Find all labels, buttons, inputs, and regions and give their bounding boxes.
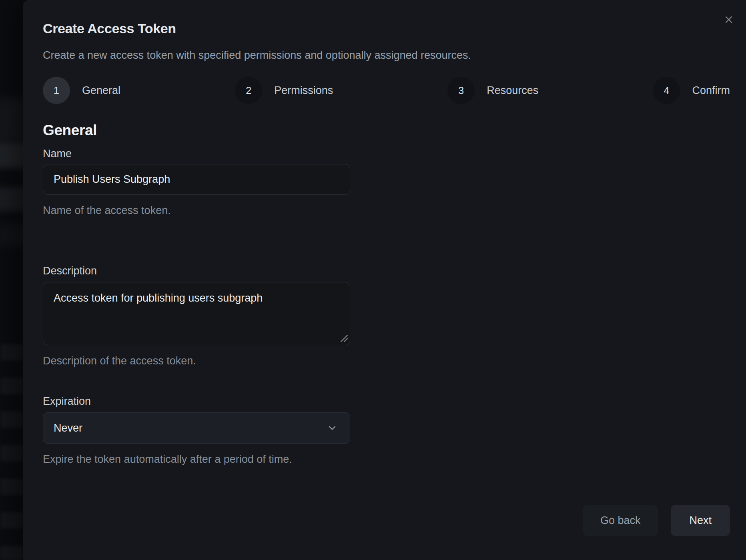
step-label: Permissions	[274, 84, 333, 97]
step-confirm: 4 Confirm	[653, 77, 730, 104]
description-field-wrap: Access token for publishing users subgra…	[43, 282, 350, 345]
background-page-strip	[0, 0, 23, 560]
create-access-token-dialog: Create Access Token Create a new access …	[23, 0, 746, 560]
form-column: Name Name of the access token. Descripti…	[43, 147, 350, 466]
dialog-footer: Go back Next	[583, 505, 730, 536]
description-helper-text: Description of the access token.	[43, 354, 350, 368]
name-input[interactable]	[43, 164, 350, 195]
wizard-stepper: 1 General 2 Permissions 3 Resources 4 Co…	[43, 77, 730, 104]
close-button[interactable]	[722, 13, 736, 26]
step-number-badge: 1	[43, 77, 70, 104]
step-label: Confirm	[692, 84, 730, 97]
description-label: Description	[43, 264, 350, 278]
dialog-title: Create Access Token	[43, 21, 730, 36]
chevron-down-icon	[327, 422, 338, 434]
blurred-sidebar-item	[0, 143, 23, 168]
step-label: General	[82, 84, 120, 97]
name-label: Name	[43, 147, 350, 161]
close-icon	[724, 15, 734, 24]
go-back-button[interactable]: Go back	[583, 505, 658, 536]
blurred-sidebar-item	[0, 187, 23, 211]
blurred-table-rows	[0, 344, 23, 560]
step-permissions: 2 Permissions	[235, 77, 333, 104]
section-heading: General	[43, 122, 730, 139]
step-resources: 3 Resources	[447, 77, 538, 104]
expiration-selected-value: Never	[54, 422, 82, 434]
expiration-helper-text: Expire the token automatically after a p…	[43, 452, 350, 466]
step-general: 1 General	[43, 77, 120, 104]
step-label: Resources	[487, 84, 538, 97]
expiration-label: Expiration	[43, 394, 350, 408]
name-helper-text: Name of the access token.	[43, 204, 350, 218]
description-textarea[interactable]: Access token for publishing users subgra…	[43, 282, 350, 345]
step-number-badge: 4	[653, 77, 680, 104]
textarea-resize-handle[interactable]	[339, 334, 348, 342]
blurred-sidebar-item	[0, 224, 23, 246]
expiration-select[interactable]: Never	[43, 412, 350, 444]
next-button[interactable]: Next	[671, 505, 730, 536]
step-number-badge: 2	[235, 77, 262, 104]
step-number-badge: 3	[447, 77, 475, 104]
blurred-sidebar-item	[0, 98, 23, 144]
dialog-subtitle: Create a new access token with specified…	[43, 48, 730, 62]
